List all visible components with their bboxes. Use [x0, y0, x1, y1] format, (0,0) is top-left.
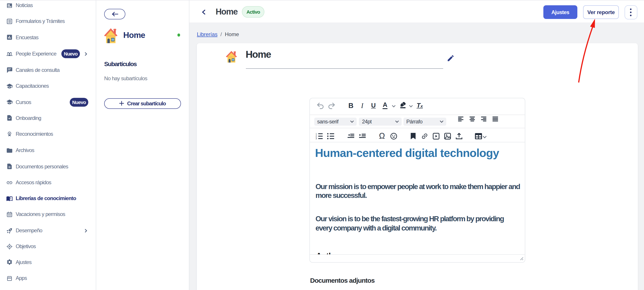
- svg-text:3: 3: [316, 138, 317, 140]
- svg-text:1: 1: [316, 133, 317, 135]
